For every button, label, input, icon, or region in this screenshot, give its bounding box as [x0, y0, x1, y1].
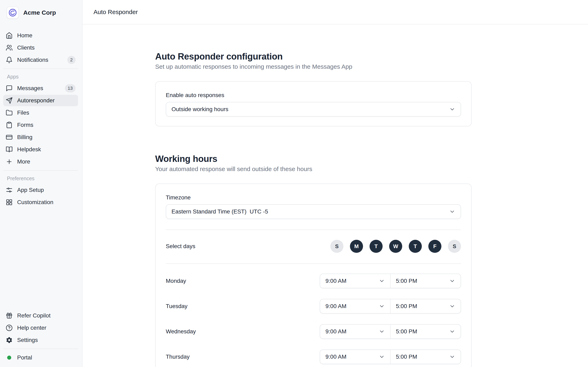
working-hours-row-wednesday: Wednesday9:00 AM5:00 PM	[166, 324, 461, 339]
grid-icon	[6, 199, 13, 206]
page-header: Auto Responder	[82, 0, 588, 25]
sidebar-item-help-center[interactable]: Help center	[3, 322, 78, 334]
tuesday-end-time-select[interactable]: 5:00 PM	[390, 299, 461, 313]
sidebar-item-label: Clients	[17, 44, 35, 51]
select-value: 9:00 AM	[325, 328, 346, 335]
brand-name: Acme Corp	[23, 9, 56, 16]
sidebar-item-notifications[interactable]: Notifications2	[3, 54, 78, 66]
users-icon	[6, 44, 13, 51]
chevron-down-icon	[379, 354, 385, 360]
select-value: 5:00 PM	[396, 354, 417, 360]
working-hours-row-tuesday: Tuesday9:00 AM5:00 PM	[166, 299, 461, 314]
divider	[3, 349, 78, 349]
chevron-down-icon	[379, 303, 385, 309]
timezone-label: Timezone	[166, 194, 461, 201]
select-value: 9:00 AM	[325, 303, 346, 309]
thursday-end-time-select[interactable]: 5:00 PM	[390, 350, 461, 364]
gift-icon	[6, 312, 13, 319]
working-hours-subtitle: Your automated response will send outsid…	[155, 166, 588, 173]
enable-auto-responses-select[interactable]: Outside working hours	[166, 102, 461, 117]
sidebar-item-app-setup[interactable]: App Setup	[3, 184, 78, 196]
day-toggle-saturday[interactable]: S	[448, 240, 461, 253]
day-toggle-tuesday[interactable]: T	[370, 240, 383, 253]
day-label: Tuesday	[166, 303, 187, 309]
sidebar-item-label: Home	[17, 32, 33, 39]
page-content: Auto Responder configuration Set up auto…	[82, 25, 588, 367]
working-hours-row-monday: Monday9:00 AM5:00 PM	[166, 274, 461, 288]
count-badge: 13	[65, 84, 76, 92]
tuesday-start-time-select[interactable]: 9:00 AM	[320, 299, 390, 313]
sidebar-item-label: Notifications	[17, 57, 48, 63]
sidebar-item-files[interactable]: Files	[3, 107, 78, 118]
sidebar-item-helpdesk[interactable]: Helpdesk	[3, 144, 78, 155]
working-hours-card: Timezone Eastern Standard Time (EST) UTC…	[155, 184, 472, 367]
chevron-down-icon	[449, 278, 455, 284]
day-toggle-wednesday[interactable]: W	[389, 240, 402, 253]
sidebar-item-billing[interactable]: Billing	[3, 132, 78, 143]
sidebar-item-label: Helpdesk	[17, 146, 41, 153]
sidebar-item-label: Refer Copilot	[17, 312, 51, 319]
working-hours-row-thursday: Thursday9:00 AM5:00 PM	[166, 350, 461, 364]
day-toggle-thursday[interactable]: T	[409, 240, 422, 253]
sidebar-item-messages[interactable]: Messages13	[3, 83, 78, 94]
wednesday-start-time-select[interactable]: 9:00 AM	[320, 325, 390, 338]
message-icon	[6, 85, 13, 92]
home-icon	[6, 32, 13, 39]
count-badge: 2	[67, 56, 76, 64]
thursday-start-time-select[interactable]: 9:00 AM	[320, 350, 390, 364]
help-circle-icon	[6, 324, 13, 331]
wednesday-end-time-select[interactable]: 5:00 PM	[390, 325, 461, 338]
sidebar-item-portal[interactable]: Portal	[3, 352, 78, 363]
sidebar-item-home[interactable]: Home	[3, 30, 78, 41]
portal-status-dot	[6, 354, 13, 361]
sidebar-item-forms[interactable]: Forms	[3, 119, 78, 131]
time-range: 9:00 AM5:00 PM	[320, 299, 461, 314]
day-label: Wednesday	[166, 328, 196, 335]
brand-logo-icon	[7, 7, 19, 19]
config-title: Auto Responder configuration	[155, 51, 588, 62]
sidebar-item-more[interactable]: More	[3, 156, 78, 167]
monday-end-time-select[interactable]: 5:00 PM	[390, 274, 461, 288]
config-subtitle: Set up automatic responses to incoming m…	[155, 63, 588, 70]
select-value: 5:00 PM	[396, 303, 417, 309]
sidebar-item-label: More	[17, 158, 30, 165]
day-toggle-sunday[interactable]: S	[330, 240, 343, 253]
sidebar-item-refer-copilot[interactable]: Refer Copilot	[3, 310, 78, 321]
sidebar-item-clients[interactable]: Clients	[3, 42, 78, 53]
credit-card-icon	[6, 134, 13, 141]
sliders-icon	[6, 187, 13, 193]
sidebar-item-label: Settings	[17, 337, 38, 343]
sidebar-item-label: Billing	[17, 134, 33, 141]
working-hours-rows: Monday9:00 AM5:00 PMTuesday9:00 AM5:00 P…	[166, 274, 461, 364]
chevron-down-icon	[449, 354, 455, 360]
sidebar-item-settings[interactable]: Settings	[3, 334, 78, 346]
time-range: 9:00 AM5:00 PM	[320, 350, 461, 364]
select-value: Eastern Standard Time (EST) UTC -5	[172, 208, 268, 215]
chevron-down-icon	[449, 328, 455, 334]
sidebar-item-label: Autoresponder	[17, 97, 55, 104]
sidebar-item-autoresponder[interactable]: Autoresponder	[3, 95, 78, 106]
select-days-label: Select days	[166, 243, 195, 250]
working-hours-title: Working hours	[155, 154, 588, 164]
chevron-down-icon	[449, 303, 455, 309]
day-selector: SMTWTFS	[330, 240, 461, 253]
monday-start-time-select[interactable]: 9:00 AM	[320, 274, 390, 288]
workspace-switcher[interactable]: Acme Corp	[0, 0, 82, 25]
sidebar-item-label: Files	[17, 109, 29, 116]
main-area: Auto Responder Auto Responder configurat…	[82, 0, 588, 367]
plus-icon	[6, 158, 13, 165]
day-toggle-monday[interactable]: M	[350, 240, 363, 253]
sidebar-item-label: Forms	[17, 122, 33, 128]
sidebar-footer: Refer CopilotHelp centerSettings Portal	[0, 309, 82, 367]
timezone-select[interactable]: Eastern Standard Time (EST) UTC -5	[166, 204, 461, 219]
sidebar: Acme Corp HomeClientsNotifications2 Apps…	[0, 0, 82, 367]
send-icon	[6, 97, 13, 104]
divider	[3, 68, 78, 69]
select-value: 5:00 PM	[396, 328, 417, 335]
day-label: Monday	[166, 278, 186, 284]
day-toggle-friday[interactable]: F	[428, 240, 441, 253]
sidebar-item-customization[interactable]: Customization	[3, 197, 78, 208]
time-range: 9:00 AM5:00 PM	[320, 324, 461, 339]
select-days-row: Select days SMTWTFS	[166, 240, 461, 253]
divider	[166, 230, 461, 230]
